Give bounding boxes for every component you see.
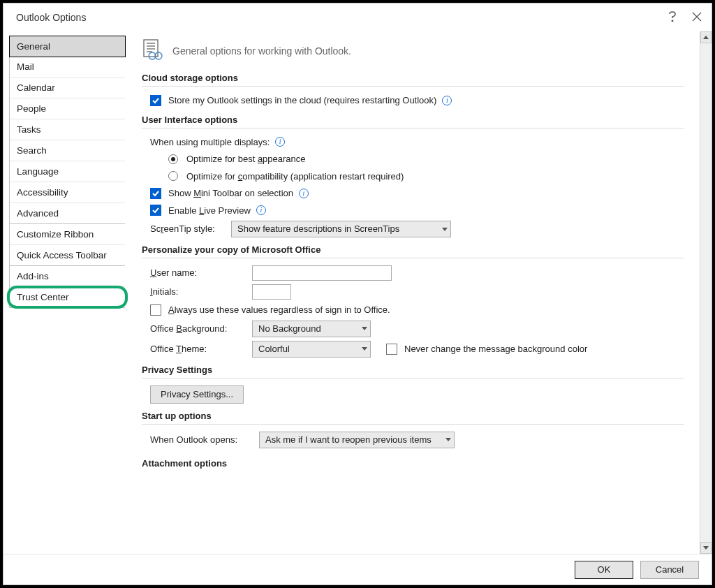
- dialog-title: Outlook Options: [13, 12, 86, 23]
- svg-point-0: [672, 20, 672, 21]
- sidebar-item-tasks[interactable]: Tasks: [10, 119, 125, 140]
- label-user-name: User name:: [150, 266, 248, 280]
- label-store-cloud: Store my Outlook settings in the cloud (…: [168, 94, 436, 108]
- privacy-settings-button[interactable]: Privacy Settings...: [150, 385, 244, 404]
- label-always-use-values: Always use these values regardless of si…: [168, 303, 390, 317]
- sidebar-item-customize-ribbon[interactable]: Customize Ribbon: [10, 223, 125, 245]
- checkbox-live-preview[interactable]: [150, 205, 161, 216]
- label-multiple-displays: When using multiple displays:: [150, 135, 270, 149]
- help-icon[interactable]: [668, 11, 677, 24]
- sidebar-item-quick-access-toolbar[interactable]: Quick Access Toolbar: [10, 245, 125, 266]
- general-header-icon: [142, 38, 165, 63]
- info-icon[interactable]: [275, 137, 285, 147]
- sidebar-item-mail[interactable]: Mail: [10, 57, 125, 78]
- sidebar-item-add-ins[interactable]: Add-ins: [10, 265, 125, 287]
- sidebar-item-language[interactable]: Language: [10, 161, 125, 182]
- label-when-outlook-opens: When Outlook opens:: [150, 433, 255, 447]
- combobox-screentip-style[interactable]: Show feature descriptions in ScreenTips: [231, 221, 451, 237]
- label-optimize-compatibility: Optimize for compatibility (application …: [186, 170, 404, 184]
- info-icon[interactable]: [299, 189, 309, 198]
- checkbox-mini-toolbar[interactable]: [150, 188, 161, 199]
- category-sidebar: General Mail Calendar People Tasks Searc…: [3, 31, 131, 554]
- label-optimize-appearance: Optimize for best appearance: [186, 152, 306, 166]
- vertical-scrollbar[interactable]: [700, 31, 712, 554]
- sidebar-item-accessibility[interactable]: Accessibility: [10, 182, 125, 203]
- checkbox-never-change-bg[interactable]: [386, 344, 397, 355]
- radio-optimize-appearance[interactable]: [168, 154, 178, 164]
- section-title-startup: Start up options: [142, 411, 684, 421]
- sidebar-item-search[interactable]: Search: [10, 140, 125, 161]
- scroll-up-button[interactable]: [700, 31, 712, 43]
- label-office-theme: Office Theme:: [150, 342, 248, 356]
- combobox-startup[interactable]: Ask me if I want to reopen previous item…: [259, 432, 455, 448]
- combobox-office-background[interactable]: No Background: [252, 321, 371, 337]
- label-mini-toolbar: Show Mini Toolbar on selection: [168, 186, 293, 200]
- page-subtitle: General options for working with Outlook…: [172, 45, 351, 57]
- section-title-cloud: Cloud storage options: [142, 73, 684, 83]
- textbox-initials[interactable]: [252, 284, 291, 300]
- textbox-user-name[interactable]: [252, 265, 392, 281]
- label-never-change-bg: Never change the message background colo…: [404, 342, 587, 356]
- radio-optimize-compatibility[interactable]: [168, 171, 178, 181]
- section-title-attachment: Attachment options: [142, 458, 684, 469]
- scroll-down-button[interactable]: [700, 542, 712, 554]
- label-live-preview: Enable Live Preview: [168, 204, 251, 218]
- info-icon[interactable]: [442, 96, 452, 105]
- options-dialog: Outlook Options General: [3, 3, 712, 585]
- combobox-office-theme[interactable]: Colorful: [252, 341, 371, 358]
- label-office-background: Office Background:: [150, 322, 248, 336]
- checkbox-always-use-values[interactable]: [150, 304, 161, 316]
- section-title-ui: User Interface options: [142, 115, 684, 125]
- label-initials: Initials:: [150, 285, 248, 299]
- titlebar: Outlook Options: [3, 3, 712, 31]
- content-panel: General options for working with Outlook…: [131, 31, 700, 554]
- label-screentip-style: ScreenTip style:: [150, 222, 227, 236]
- checkbox-store-cloud[interactable]: [150, 95, 161, 106]
- sidebar-item-calendar[interactable]: Calendar: [10, 78, 125, 98]
- sidebar-item-advanced[interactable]: Advanced: [10, 203, 125, 224]
- info-icon[interactable]: [256, 205, 266, 215]
- dialog-footer: OK Cancel: [3, 554, 712, 585]
- sidebar-item-people[interactable]: People: [10, 98, 125, 119]
- section-title-personalize: Personalize your copy of Microsoft Offic…: [142, 244, 684, 255]
- close-icon[interactable]: [692, 12, 702, 24]
- section-title-privacy: Privacy Settings: [142, 365, 684, 375]
- sidebar-item-general[interactable]: General: [9, 36, 126, 57]
- cancel-button[interactable]: Cancel: [640, 561, 699, 579]
- sidebar-item-trust-center[interactable]: Trust Center: [10, 287, 125, 307]
- ok-button[interactable]: OK: [575, 561, 633, 579]
